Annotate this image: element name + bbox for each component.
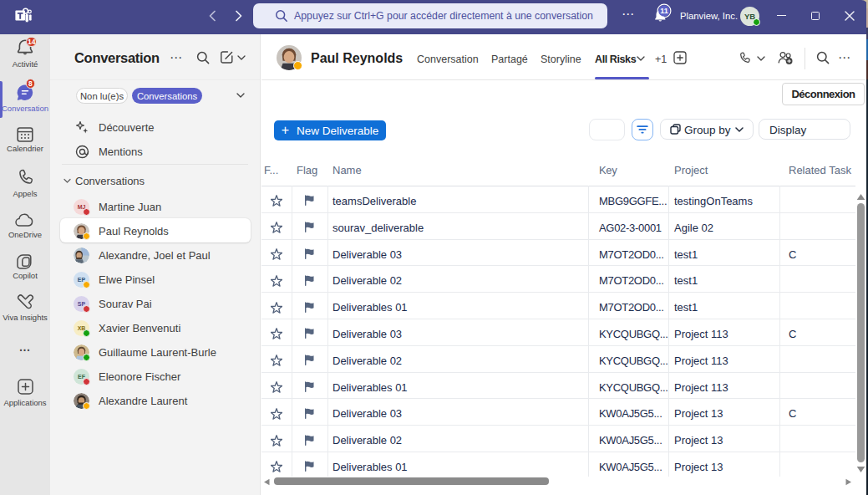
svg-text:11: 11 (660, 7, 668, 15)
